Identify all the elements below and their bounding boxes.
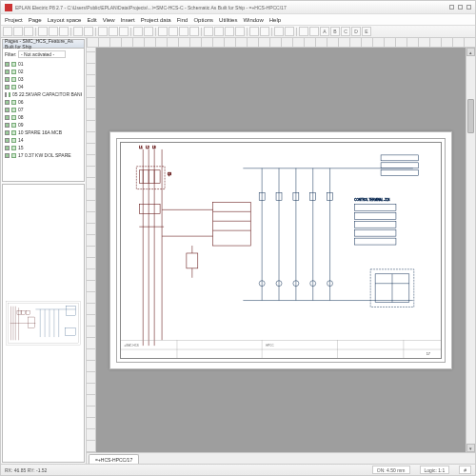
page-icon: [11, 62, 16, 67]
page-tree-item[interactable]: 01: [5, 60, 82, 68]
vertical-scrollbar[interactable]: ▴ ▾: [466, 48, 475, 452]
menu-edit[interactable]: Edit: [87, 17, 96, 23]
checkbox-icon[interactable]: [5, 100, 10, 105]
svg-text:Q3: Q3: [168, 171, 171, 175]
page-tree-item[interactable]: 15: [5, 144, 82, 151]
paste-button[interactable]: [59, 27, 69, 36]
zoom-fit-button[interactable]: [119, 27, 129, 36]
page-tree-item[interactable]: 09: [5, 121, 82, 129]
page-tree-item[interactable]: 14: [5, 136, 82, 144]
app-icon: [5, 4, 12, 11]
page-tree[interactable]: 0102030405 22.5KVAR CAPACITOR BANK 10607…: [5, 60, 82, 159]
filter-label: Filter:: [5, 51, 17, 57]
svg-text:HPCC: HPCC: [266, 344, 274, 347]
svg-text:L2: L2: [146, 145, 149, 149]
menu-layout-space[interactable]: Layout space: [48, 17, 82, 23]
macro-button[interactable]: [249, 27, 259, 36]
scroll-up-arrow[interactable]: ▴: [466, 48, 475, 56]
page-tree-item[interactable]: 17 0.37 KW DOL SPARE: [5, 151, 82, 159]
page-tree-item[interactable]: 08: [5, 113, 82, 121]
page-tree-item[interactable]: 03: [5, 75, 82, 83]
side-panel: Pages - SMC_HCS_Feature_As Built for Shi…: [1, 38, 87, 464]
open-button[interactable]: [13, 27, 23, 36]
checkbox-icon[interactable]: [5, 62, 10, 67]
preview-panel: [2, 184, 85, 463]
checkbox-icon[interactable]: [5, 69, 10, 74]
copy-button[interactable]: [49, 27, 58, 36]
A-button[interactable]: A: [320, 27, 329, 36]
arc-button[interactable]: [189, 27, 199, 36]
undo-button[interactable]: [73, 27, 83, 36]
snap-button[interactable]: [144, 27, 153, 36]
page-tree-item[interactable]: 04: [5, 83, 82, 90]
line-button[interactable]: [158, 27, 168, 36]
checkbox-icon[interactable]: [5, 146, 10, 150]
menu-view[interactable]: View: [103, 17, 115, 23]
toolbar-separator: [130, 28, 131, 36]
checkbox-icon[interactable]: [5, 108, 10, 112]
page-tree-label: 06: [18, 99, 24, 105]
page-tab[interactable]: =+HCS-HPCC/17: [89, 454, 139, 464]
checkbox-icon[interactable]: [5, 138, 10, 143]
zoom-in-button[interactable]: [98, 27, 108, 36]
checkbox-icon[interactable]: [5, 130, 10, 135]
minimize-button[interactable]: [449, 5, 454, 10]
menu-insert[interactable]: Insert: [121, 17, 135, 23]
menu-page[interactable]: Page: [29, 17, 42, 23]
B-button[interactable]: B: [330, 27, 340, 36]
page-tab-strip: =+HCS-HPCC/17: [87, 452, 475, 464]
export-button[interactable]: [285, 27, 294, 36]
preview-canvas: [3, 185, 84, 462]
page-tree-item[interactable]: 05 22.5KVAR CAPACITOR BANK 1: [5, 90, 82, 98]
svg-rect-65: [381, 154, 419, 160]
menu-help[interactable]: Help: [269, 17, 281, 23]
scroll-down-arrow[interactable]: ▾: [466, 444, 475, 452]
report-button[interactable]: [260, 27, 269, 36]
symbol-button[interactable]: [214, 27, 224, 36]
menu-project-data[interactable]: Project data: [141, 17, 171, 23]
page-tree-label: 17 0.37 KW DOL SPARE: [18, 152, 71, 158]
page-tree-item[interactable]: 06: [5, 98, 82, 106]
toolbar-separator: [247, 28, 248, 36]
checkbox-icon[interactable]: [5, 123, 10, 128]
checkbox-icon[interactable]: [5, 92, 7, 97]
save-button[interactable]: [24, 27, 33, 36]
page-tree-item[interactable]: 07: [5, 106, 82, 113]
filter-dropdown[interactable]: - Not activated -: [18, 50, 66, 58]
E-button[interactable]: E: [362, 27, 371, 36]
svg-rect-45: [187, 252, 198, 268]
wire-button[interactable]: [204, 27, 213, 36]
circle-button[interactable]: [179, 27, 188, 36]
menu-project[interactable]: Project: [5, 17, 23, 23]
rect-button[interactable]: [169, 27, 178, 36]
menu-utilities[interactable]: Utilities: [219, 17, 237, 23]
D-button[interactable]: D: [351, 27, 361, 36]
terminal-button[interactable]: [235, 27, 245, 36]
grid-button[interactable]: [133, 27, 143, 36]
cut-button[interactable]: [38, 27, 48, 36]
page-tree-item[interactable]: 10 SPARE 16A MCB: [5, 129, 82, 136]
checkbox-icon[interactable]: [5, 115, 10, 120]
checkbox-icon[interactable]: [5, 77, 10, 82]
menu-find[interactable]: Find: [177, 17, 188, 23]
drawing-canvas[interactable]: L1 L2 L3: [96, 48, 466, 452]
zoom-out-button[interactable]: [109, 27, 118, 36]
redo-button[interactable]: [84, 27, 93, 36]
settings-button[interactable]: [299, 27, 308, 36]
maximize-button[interactable]: [458, 5, 463, 10]
svg-rect-34: [139, 204, 160, 213]
toolbar: ABCDE: [1, 26, 475, 38]
menu-options[interactable]: Options: [193, 17, 213, 23]
checkbox-icon[interactable]: [5, 153, 10, 158]
svg-rect-6: [17, 311, 21, 315]
checkbox-icon[interactable]: [5, 85, 10, 89]
help-button[interactable]: [309, 27, 319, 36]
menu-window[interactable]: Window: [243, 17, 263, 23]
new-button[interactable]: [3, 27, 12, 36]
scroll-thumb[interactable]: [467, 99, 474, 133]
close-button[interactable]: [466, 5, 471, 10]
C-button[interactable]: C: [341, 27, 350, 36]
device-button[interactable]: [225, 27, 234, 36]
page-tree-item[interactable]: 02: [5, 68, 82, 75]
print-button[interactable]: [274, 27, 284, 36]
